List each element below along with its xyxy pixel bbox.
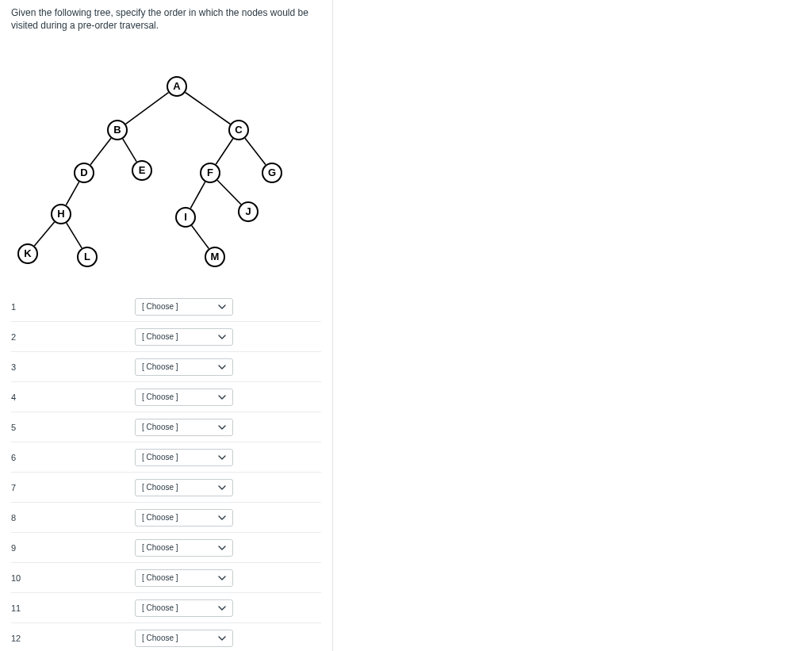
answer-label: 6 — [11, 453, 135, 462]
chevron-down-icon — [218, 304, 226, 309]
answers-list: 1[ Choose ]2[ Choose ]3[ Choose ]4[ Choo… — [0, 292, 332, 651]
svg-line-9 — [34, 222, 54, 246]
svg-line-11 — [192, 226, 209, 249]
answer-select-placeholder: [ Choose ] — [142, 483, 178, 492]
answer-select-placeholder: [ Choose ] — [142, 302, 178, 311]
chevron-down-icon — [218, 395, 226, 400]
answer-select[interactable]: [ Choose ] — [135, 389, 233, 406]
answer-row: 2[ Choose ] — [11, 322, 321, 352]
answer-select-placeholder: [ Choose ] — [142, 393, 178, 401]
answer-select[interactable]: [ Choose ] — [135, 419, 233, 436]
answer-label: 2 — [11, 332, 135, 342]
answer-select[interactable]: [ Choose ] — [135, 630, 233, 647]
answer-select[interactable]: [ Choose ] — [135, 328, 233, 346]
svg-line-1 — [186, 93, 231, 124]
svg-line-4 — [216, 139, 233, 164]
chevron-down-icon — [218, 425, 226, 430]
answer-label: 9 — [11, 543, 135, 553]
answer-label: 12 — [11, 634, 135, 643]
answer-select[interactable]: [ Choose ] — [135, 599, 233, 617]
answer-label: 7 — [11, 483, 135, 492]
chevron-down-icon — [218, 576, 226, 580]
answer-select-placeholder: [ Choose ] — [142, 453, 178, 461]
answer-row: 7[ Choose ] — [11, 473, 321, 503]
answer-row: 8[ Choose ] — [11, 503, 321, 533]
chevron-down-icon — [218, 455, 226, 460]
answer-row: 9[ Choose ] — [11, 533, 321, 563]
chevron-down-icon — [218, 485, 226, 490]
answer-row: 1[ Choose ] — [11, 292, 321, 322]
chevron-down-icon — [218, 515, 226, 520]
answer-select-placeholder: [ Choose ] — [142, 513, 178, 522]
tree-diagram: ABCDEFGHIJKLM — [3, 40, 320, 270]
svg-line-2 — [90, 139, 111, 165]
answer-select[interactable]: [ Choose ] — [135, 539, 233, 557]
svg-line-3 — [123, 139, 136, 162]
svg-line-5 — [245, 139, 266, 165]
answer-row: 4[ Choose ] — [11, 382, 321, 412]
chevron-down-icon — [218, 606, 226, 611]
svg-line-7 — [190, 182, 205, 209]
answer-label: 5 — [11, 423, 135, 432]
answer-label: 10 — [11, 573, 135, 583]
answer-select[interactable]: [ Choose ] — [135, 298, 233, 316]
answer-label: 11 — [11, 603, 135, 613]
answer-row: 10[ Choose ] — [11, 563, 321, 593]
svg-line-8 — [217, 181, 241, 205]
answer-row: 5[ Choose ] — [11, 412, 321, 442]
question-panel: Given the following tree, specify the or… — [0, 0, 333, 651]
answer-select[interactable]: [ Choose ] — [135, 479, 233, 496]
answer-select[interactable]: [ Choose ] — [135, 358, 233, 376]
answer-select-placeholder: [ Choose ] — [142, 362, 178, 371]
chevron-down-icon — [218, 546, 226, 550]
answer-row: 3[ Choose ] — [11, 352, 321, 382]
answer-label: 1 — [11, 302, 135, 312]
answer-row: 12[ Choose ] — [11, 623, 321, 651]
answer-label: 8 — [11, 513, 135, 523]
answer-select-placeholder: [ Choose ] — [142, 332, 178, 341]
answer-select-placeholder: [ Choose ] — [142, 543, 178, 552]
answer-row: 6[ Choose ] — [11, 442, 321, 473]
chevron-down-icon — [218, 365, 226, 370]
answer-select-placeholder: [ Choose ] — [142, 423, 178, 431]
tree-edges — [3, 40, 320, 270]
svg-line-0 — [126, 93, 169, 124]
answer-select[interactable]: [ Choose ] — [135, 449, 233, 466]
answer-select-placeholder: [ Choose ] — [142, 573, 178, 582]
answer-select[interactable]: [ Choose ] — [135, 509, 233, 527]
question-prompt: Given the following tree, specify the or… — [0, 0, 332, 35]
answer-label: 4 — [11, 393, 135, 402]
answer-select-placeholder: [ Choose ] — [142, 603, 178, 612]
answer-select-placeholder: [ Choose ] — [142, 634, 178, 642]
svg-line-10 — [67, 223, 82, 248]
chevron-down-icon — [218, 335, 226, 339]
answer-select[interactable]: [ Choose ] — [135, 569, 233, 587]
chevron-down-icon — [218, 636, 226, 641]
answer-row: 11[ Choose ] — [11, 593, 321, 623]
answer-label: 3 — [11, 362, 135, 372]
svg-line-6 — [66, 182, 79, 205]
